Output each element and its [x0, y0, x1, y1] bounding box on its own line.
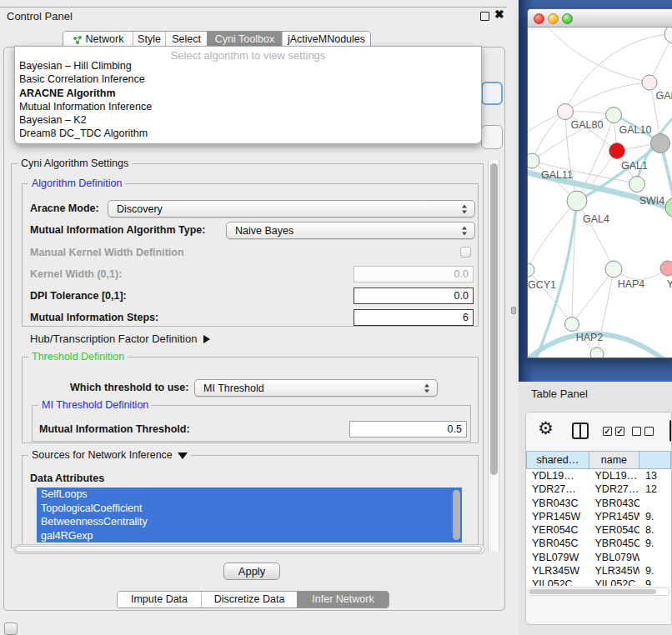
hub-section-toggle[interactable]: Hub/Transcription Factor Definition: [30, 332, 210, 345]
settings-horizontal-scrollbar[interactable]: [13, 544, 485, 554]
network-edge[interactable]: [544, 28, 649, 82]
attribute-item[interactable]: BetweennessCentrality: [37, 515, 462, 529]
attribute-item[interactable]: gal4RGexp: [37, 529, 462, 543]
network-node[interactable]: [664, 28, 672, 43]
settings-vertical-scrollbar[interactable]: [488, 160, 499, 552]
network-node[interactable]: [590, 348, 604, 358]
algorithm-option[interactable]: Bayesian – K2: [15, 113, 481, 127]
table-row[interactable]: YLR345WYLR345W9.: [526, 564, 671, 578]
table-row[interactable]: YER054CYER054C8.: [526, 523, 671, 537]
table-cell: YIL052C: [589, 578, 640, 586]
network-edge[interactable]: [565, 82, 649, 112]
algorithm-option[interactable]: ARACNE Algorithm: [15, 87, 481, 100]
close-panel-icon[interactable]: ✖: [494, 8, 504, 21]
tab-impute-data[interactable]: Impute Data: [118, 592, 201, 608]
table-row[interactable]: YBR045CYBR045C9.: [526, 537, 671, 550]
which-threshold-combo[interactable]: MI Threshold: [194, 379, 438, 397]
mi-threshold-label: Mutual Information Threshold:: [39, 423, 190, 435]
split-panel-icon[interactable]: [572, 422, 589, 439]
algorithm-dropdown: Select algorithm to view settings Bayesi…: [14, 46, 482, 144]
bottom-corner-widget[interactable]: [4, 622, 18, 635]
inference-algorithm-combo-partial[interactable]: [481, 82, 503, 105]
settings-hscroll-thumb[interactable]: [15, 546, 482, 552]
network-node[interactable]: [528, 263, 534, 277]
data-attributes-list[interactable]: SelfLoopsTopologicalCoefficientBetweenne…: [37, 488, 462, 543]
split-divider[interactable]: [507, 0, 519, 635]
network-edge[interactable]: [528, 270, 572, 324]
network-node[interactable]: [528, 153, 539, 168]
mi-type-combo[interactable]: Naive Bayes: [226, 222, 475, 239]
network-node[interactable]: [665, 198, 672, 218]
attribute-item[interactable]: TopologicalCoefficient: [37, 502, 462, 516]
tab-discretize-data[interactable]: Discretize Data: [201, 592, 297, 608]
expand-right-icon: [203, 335, 210, 343]
table-cell: YBR045C: [589, 537, 640, 550]
table-panel-title: Table Panel: [531, 388, 588, 400]
attribute-item[interactable]: SelfLoops: [37, 488, 462, 502]
kernel-width-field[interactable]: 0.0: [354, 266, 474, 282]
table-row[interactable]: YIL052CYIL052C9.: [526, 578, 671, 586]
tab-infer-network[interactable]: Infer Network: [297, 592, 389, 608]
column-header[interactable]: [639, 451, 671, 469]
apply-button[interactable]: Apply: [223, 562, 280, 580]
threshold-definition-title: Threshold Definition: [28, 351, 128, 362]
table-cell: 13: [639, 469, 671, 482]
close-window-icon[interactable]: [534, 13, 544, 24]
network-node[interactable]: [606, 108, 622, 123]
table-row[interactable]: YBR043CYBR043C: [526, 497, 671, 510]
network-node[interactable]: [642, 75, 657, 90]
table-row[interactable]: YBL079WYBL079W: [526, 551, 671, 564]
table-row[interactable]: YDR27…YDR27…12: [526, 482, 671, 496]
table-cell: YER054C: [526, 523, 589, 537]
table-cell: YIL052C: [526, 578, 589, 586]
sources-group-title[interactable]: Sources for Network Inference: [28, 449, 191, 461]
network-edge[interactable]: [572, 269, 614, 324]
float-panel-icon[interactable]: [480, 12, 489, 21]
table-cell: 9.: [639, 578, 671, 586]
mi-threshold-field[interactable]: 0.5: [349, 421, 467, 438]
column-header[interactable]: name: [589, 451, 640, 469]
checked-box-icon[interactable]: ✓: [615, 427, 624, 436]
unchecked-box-icon[interactable]: [644, 427, 654, 436]
algorithm-option[interactable]: Bayesian – Hill Climbing: [15, 59, 481, 72]
network-node[interactable]: [558, 104, 574, 120]
checked-box-icon[interactable]: ✓: [603, 427, 612, 436]
control-panel-title: Control Panel: [7, 10, 73, 22]
network-node[interactable]: [567, 191, 587, 211]
aracne-mode-combo[interactable]: Discovery: [108, 200, 475, 218]
mi-type-value: Naive Bayes: [235, 222, 293, 239]
table-cell: YDR27…: [589, 482, 640, 496]
table-row[interactable]: YDL19…YDL19…13: [526, 469, 671, 482]
network-node[interactable]: [605, 261, 622, 278]
network-node[interactable]: [609, 143, 625, 159]
dpi-tolerance-label: DPI Tolerance [0,1]:: [30, 290, 127, 302]
unchecked-box-icon[interactable]: [632, 427, 641, 436]
network-node[interactable]: [660, 261, 672, 276]
dpi-tolerance-field[interactable]: 0.0: [354, 288, 474, 304]
algorithm-option[interactable]: Basic Correlation Inference: [15, 72, 481, 86]
settings-vscroll-thumb[interactable]: [490, 163, 498, 475]
column-header[interactable]: shared…: [526, 451, 589, 469]
network-node[interactable]: [565, 318, 579, 332]
table-data-combo-partial[interactable]: [481, 125, 503, 149]
hub-section-label: Hub/Transcription Factor Definition: [30, 332, 197, 345]
gear-icon[interactable]: ⚙: [538, 418, 554, 438]
table-hscroll-thumb[interactable]: [529, 589, 656, 594]
manual-kernel-checkbox[interactable]: [460, 247, 471, 258]
network-window-titlebar[interactable]: [528, 9, 672, 28]
table-horizontal-scrollbar[interactable]: [528, 588, 669, 596]
attribute-list-scrollbar[interactable]: [453, 490, 460, 540]
mi-steps-field[interactable]: 6: [354, 309, 474, 326]
minimize-window-icon[interactable]: [548, 13, 559, 24]
network-node[interactable]: [629, 177, 645, 192]
network-canvas[interactable]: GALGAL80GAL10GAL1GAL11SWI4GAL4GCY1HAP4YH…: [528, 28, 672, 358]
table-row[interactable]: YPR145WYPR145W9.: [526, 510, 671, 523]
network-view-window[interactable]: GALGAL80GAL10GAL1GAL11SWI4GAL4GCY1HAP4YH…: [527, 8, 672, 358]
zoom-window-icon[interactable]: [562, 13, 573, 24]
network-node[interactable]: [651, 134, 670, 153]
split-divider-grip[interactable]: [511, 307, 516, 314]
network-edge[interactable]: [577, 201, 614, 269]
network-edge[interactable]: [528, 201, 577, 270]
algorithm-option[interactable]: Dream8 DC_TDC Algorithm: [15, 127, 481, 140]
algorithm-option[interactable]: Mutual Information Inference: [15, 100, 481, 113]
